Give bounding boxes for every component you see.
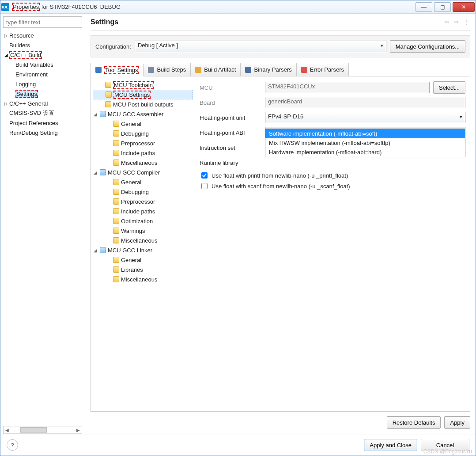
tree-item-label: Warnings [121,228,145,234]
nav-tree[interactable]: ▷ResourceBuilders◢C/C++ BuildBuild Varia… [3,30,82,426]
maximize-button[interactable]: ▢ [434,2,451,12]
apply-button[interactable]: Apply [444,416,470,429]
tab[interactable]: Build Steps [144,63,191,76]
back-icon[interactable]: ⇦ [443,18,451,26]
nav-item[interactable]: Project References [3,118,82,128]
tool-page-icon [113,228,119,234]
tree-item[interactable]: ◢MCU GCC Compiler [93,167,193,177]
tree-item[interactable]: Preprocessor [93,197,193,206]
tab[interactable]: Binary Parsers [241,63,296,76]
nav-item[interactable]: CMSIS-SVD 设置 [3,108,82,118]
nav-item[interactable]: Logging [3,79,82,89]
expand-icon[interactable]: ◢ [93,248,98,253]
tree-item-label: MCU Post build outputs [113,101,174,108]
tree-item-label: MCU GCC Compiler [108,169,160,176]
configuration-row: Configuration: Debug [ Active ] Manage C… [91,35,470,57]
forward-icon[interactable]: ⇨ [453,18,461,26]
tree-item[interactable]: General [93,255,193,265]
nav-item[interactable]: Run/Debug Setting [3,128,82,137]
tree-item[interactable]: Miscellaneous [93,158,193,167]
tree-item[interactable]: ◢MCU GCC Linker [93,245,193,255]
configuration-combo[interactable]: Debug [ Active ] [135,41,386,52]
mcu-select-button[interactable]: Select... [433,81,465,94]
tree-item[interactable]: Include paths [93,206,193,216]
tree-item[interactable]: Optimization [93,216,193,226]
tree-item[interactable]: Miscellaneous [93,274,193,284]
tree-item[interactable]: ◢MCU GCC Assembler [93,109,193,119]
dropdown-option[interactable]: Hardware implementation (-mfloat-abi=har… [265,148,465,157]
tab-icon [301,67,307,73]
tree-item[interactable]: Warnings [93,226,193,236]
nav-item[interactable]: Environment [3,69,82,79]
tab[interactable]: Error Parsers [297,63,349,76]
tool-page-icon [113,121,119,127]
board-field: genericBoard [265,97,465,108]
tree-item[interactable]: Debugging [93,187,193,197]
tree-item[interactable]: General [93,119,193,129]
window-buttons: — ▢ ✕ [414,2,475,12]
help-button[interactable]: ? [7,439,18,451]
expand-icon[interactable]: ◢ [93,112,98,117]
header-menu-icon[interactable]: ⋮ [462,18,470,26]
scroll-thumb[interactable] [20,427,47,433]
expand-icon[interactable]: ◢ [3,53,9,57]
tree-item[interactable]: Include paths [93,148,193,158]
close-button[interactable]: ✕ [453,2,475,12]
expand-icon[interactable]: ▷ [3,101,9,106]
nav-hscrollbar[interactable]: ◀ ▶ [3,426,82,434]
expand-icon[interactable]: ▷ [3,33,9,38]
filter-input[interactable] [3,16,82,28]
nav-item[interactable]: ▷Resource [3,30,82,40]
nav-item[interactable]: Build Variables [3,60,82,69]
tree-item[interactable]: Preprocessor [93,138,193,148]
dropdown-option[interactable]: Software implementation (-mfloat-abi=sof… [265,129,465,138]
settings-tabs: Tool SettingsBuild StepsBuild ArtifactBi… [91,63,470,76]
restore-defaults-button[interactable]: Restore Defaults [387,416,441,429]
fpu-combo[interactable]: FPv4-SP-D16 [265,112,465,123]
titlebar[interactable]: IDE Properties for STM32F401CCU6_DEBUG —… [0,0,476,14]
window-title: Properties for STM32F401CCU6_DEBUG [12,4,414,10]
nav-item-label: Resource [9,32,34,39]
tree-item[interactable]: General [93,177,193,187]
settings-tabs-container: Tool SettingsBuild StepsBuild ArtifactBi… [91,63,470,412]
instruction-set-label: Instruction set [200,144,261,151]
tool-page-icon [113,140,119,146]
minimize-button[interactable]: — [416,2,432,12]
tree-item[interactable]: MCU Settings [93,90,193,99]
tool-tree[interactable]: MCU ToolchainMCU SettingsMCU Post build … [91,76,195,411]
printf-float-checkbox[interactable] [201,172,208,179]
manage-configurations-button[interactable]: Manage Configurations... [390,40,465,53]
nav-item-label: Run/Debug Setting [9,129,58,136]
nav-item[interactable]: Settings [3,89,82,99]
tool-page-icon [113,266,119,273]
tree-item-label: Debugging [121,130,149,137]
tool-page-icon [106,91,112,98]
scroll-left-icon[interactable]: ◀ [4,428,11,433]
apply-and-close-button[interactable]: Apply and Close [364,439,417,451]
tab-label: Error Parsers [310,66,344,73]
tree-item-label: Include paths [121,150,155,156]
tab-icon [245,67,251,73]
mcu-field: STM32F401CCUx [265,82,430,93]
expand-icon[interactable]: ◢ [93,170,98,175]
tool-page-icon [113,130,119,137]
dropdown-option[interactable]: Mix HW/SW implementation (-mfloat-abi=so… [265,138,465,148]
tab[interactable]: Build Artifact [191,63,241,76]
nav-item[interactable]: ◢C/C++ Build [3,50,82,60]
nav-item-label: CMSIS-SVD 设置 [9,109,54,117]
tree-item[interactable]: Debugging [93,129,193,138]
nav-item[interactable]: Builders [3,40,82,50]
tab[interactable]: Tool Settings [91,64,144,76]
tree-item[interactable]: Libraries [93,265,193,274]
scanf-float-checkbox[interactable] [201,183,208,189]
tool-group-icon [100,169,106,175]
nav-item[interactable]: ▷C/C++ General [3,99,82,108]
tree-item-label: Preprocessor [121,140,155,147]
ide-icon: IDE [1,3,9,11]
nav-item-label: Environment [15,71,48,78]
tree-item[interactable]: Miscellaneous [93,236,193,245]
scroll-right-icon[interactable]: ▶ [75,428,82,433]
fpabi-dropdown[interactable]: Software implementation (-mfloat-abi=sof… [265,129,465,157]
tree-item[interactable]: MCU Post build outputs [93,99,193,109]
tree-item[interactable]: MCU Toolchain [93,80,193,90]
